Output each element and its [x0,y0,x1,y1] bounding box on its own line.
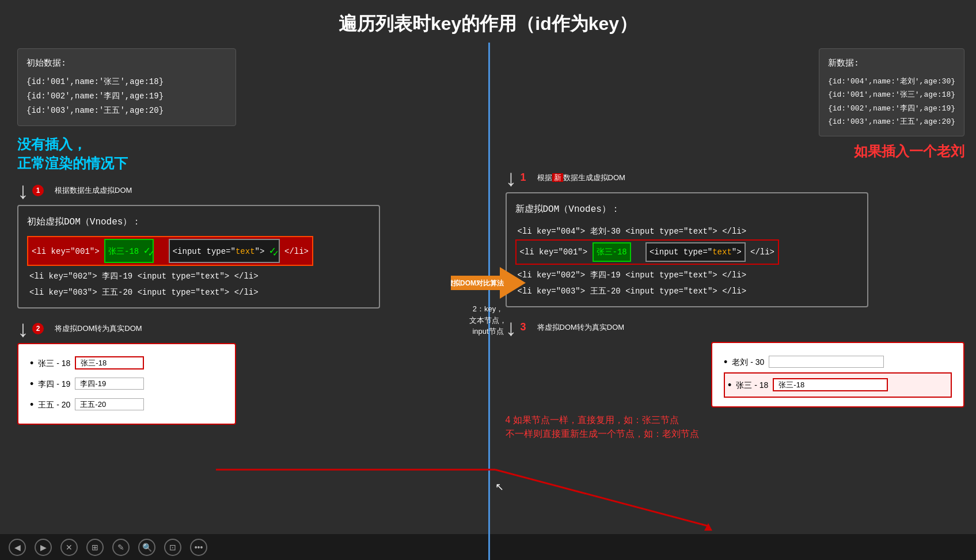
step2-detail-1: 2：key， [469,303,507,315]
orange-arrow-svg: 虚拟DOM对比算法 [451,267,526,299]
right-step1-label: 根据新数据生成虚拟DOM [537,173,625,183]
initial-data-line-3: {id:'003',name:'王五',age:20} [26,104,227,118]
new-vdom-row2: <li key="002"> 李四-19 <input type="text">… [515,267,859,283]
vdom-input-box: <input type="text"> ✓ [169,239,280,263]
vdom-row1-highlighted: <li key="001"> 张三-18 ✓ <input type="text… [27,236,313,266]
initial-data-box: 初始数据: {id:'001',name:'张三',age:18} {id:'0… [17,48,236,126]
insert-label: 如果插入一个老刘 [506,142,965,161]
left-vdom-box: 初始虚拟DOM（Vnodes）： <li key="001"> 张三-18 ✓ … [17,205,380,308]
initial-data-line-2: {id:'002',name:'李四',age:19} [26,89,227,104]
new-data-line-3: {id:'002',name:'李四',age:19} [828,102,955,115]
initial-data-label: 初始数据: [26,56,227,71]
vdom-row3: <li key="003"> 王五-20 <input type="text">… [27,284,370,300]
real-dom-input-3[interactable] [75,398,144,410]
real-dom-item-3: • 王五 - 20 [30,394,223,415]
step2-detail-3: input节点 [469,326,507,337]
step2-detail: 2：key， 文本节点， input节点 [469,303,507,337]
main-title: 遍历列表时key的作用（id作为key） [0,0,976,43]
step2-badge: 2 [32,323,44,334]
toolbar-btn-more[interactable]: ••• [190,539,207,556]
toolbar-btn-prev[interactable]: ◀ [9,539,26,556]
center-arrow-area: 虚拟DOM对比算法 2：key， 文本节点， input节点 [451,267,526,337]
right-vdom-box: 新虚拟DOM（Vnodes）： <li key="004"> 老刘-30 <in… [506,192,868,307]
new-data-line-1: {id:'004',name:'老刘',age:30} [828,75,955,88]
new-data-line-2: {id:'001',name:'张三',age:18} [828,88,955,101]
toolbar-btn-edit[interactable]: ✎ [112,539,130,556]
step1-label: 根据数据生成虚拟DOM [55,185,132,196]
no-insert-label: 没有插入， 正常渲染的情况下 [17,135,477,173]
right-panel: 新数据: {id:'004',name:'老刘',age:30} {id:'00… [488,43,977,560]
vdom-name-box: 张三-18 ✓ [104,239,154,263]
toolbar-btn-view[interactable]: ⊡ [164,539,181,556]
vdom-li-end: </li> [284,247,309,256]
vdom-row2: <li key="002"> 李四-19 <input type="text">… [27,268,370,284]
left-real-dom: • 张三 - 18 • 李四 - 19 • 王五 - 20 [17,343,236,425]
left-panel: 初始数据: {id:'001',name:'张三',age:18} {id:'0… [0,43,488,560]
step2-detail-2: 文本节点， [469,315,507,326]
new-real-dom-item-2: • 张三 - 18 [724,372,952,398]
left-vdom-title: 初始虚拟DOM（Vnodes）： [27,213,370,231]
new-vdom-row3: <li key="003"> 王五-20 <input type="text">… [515,283,859,299]
vdom-li-start: <li key="001"> [32,247,104,256]
toolbar-btn-grid[interactable]: ⊞ [86,539,104,556]
new-data-line-4: {id:'003',name:'王五',age:20} [828,115,955,128]
new-data-label: 新数据: [828,56,955,71]
step2-label: 将虚拟DOM转为真实DOM [55,323,142,334]
new-vdom-row0: <li key="004"> 老刘-30 <input type="text">… [515,223,859,239]
bottom-note-line1: 4 如果节点一样，直接复用，如：张三节点 [506,413,965,427]
new-real-dom-item-1: • 老刘 - 30 [724,352,952,372]
new-real-dom-input-2[interactable] [773,378,888,391]
step2-row: ↓ 2 将虚拟DOM转为真实DOM [17,317,477,340]
no-insert-line2: 正常渲染的情况下 [17,155,128,171]
new-vdom-li-start: <li key="001"> [520,247,593,257]
right-step1-row: ↓ 1 根据新数据生成虚拟DOM [506,166,965,189]
real-dom-input-1[interactable] [75,356,144,369]
bottom-note-line2: 不一样则直接重新生成一个节点，如：老刘节点 [506,427,965,441]
new-vdom-li-end: </li> [750,247,774,257]
new-real-dom-input-1[interactable] [769,356,884,368]
real-dom-item-2: • 李四 - 19 [30,374,223,394]
no-insert-line1: 没有插入， [17,136,86,152]
real-dom-item-1: • 张三 - 18 [30,353,223,374]
new-vdom-row1-highlighted: <li key="001"> 张三-18 <input type="text">… [515,239,780,265]
new-vdom-input-box: <input type="text"> [645,242,746,262]
right-real-dom: • 老刘 - 30 • 张三 - 18 [711,342,964,407]
real-dom-input-2[interactable] [75,378,144,390]
initial-data-line-1: {id:'001',name:'张三',age:18} [26,75,227,89]
right-step1-num: 1 [521,172,526,184]
toolbar-btn-next[interactable]: ▶ [35,539,52,556]
right-step3-row: ↓ 3 将虚拟DOM转为真实DOM [506,316,965,339]
step1-badge: 1 [32,185,44,196]
toolbar-btn-close[interactable]: ✕ [60,539,78,556]
bottom-note: 4 如果节点一样，直接复用，如：张三节点 不一样则直接重新生成一个节点，如：老刘… [506,413,965,441]
new-vdom-name-box: 张三-18 [593,242,631,262]
right-step3-label: 将虚拟DOM转为真实DOM [537,322,625,333]
step1-row: ↓ 1 根据数据生成虚拟DOM [17,179,477,202]
new-data-box: 新数据: {id:'004',name:'老刘',age:30} {id:'00… [819,48,964,136]
svg-text:虚拟DOM对比算法: 虚拟DOM对比算法 [451,279,504,287]
toolbar-btn-search[interactable]: 🔍 [138,539,155,556]
right-vdom-title: 新虚拟DOM（Vnodes）： [515,200,859,219]
right-top-row: 新数据: {id:'004',name:'老刘',age:30} {id:'00… [506,48,965,136]
